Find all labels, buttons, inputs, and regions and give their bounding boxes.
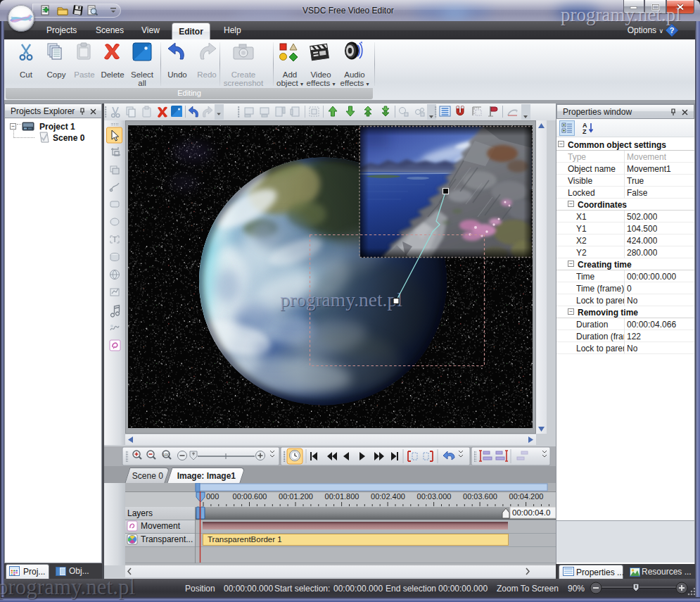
svg-text:00:04.200: 00:04.200 [509, 492, 544, 501]
svg-text:programy.net.pl: programy.net.pl [280, 289, 402, 311]
svg-text:?: ? [670, 26, 675, 35]
svg-text:00:03.000: 00:03.000 [417, 492, 452, 501]
svg-text:Layers: Layers [127, 508, 153, 518]
svg-text:00:00:04.0: 00:00:04.0 [512, 508, 550, 517]
svg-text:00:01.800: 00:01.800 [325, 492, 359, 501]
svg-text:00:01.200: 00:01.200 [279, 492, 313, 501]
svg-text:000: 000 [206, 492, 219, 501]
svg-text:Transparent...: Transparent... [141, 534, 193, 544]
svg-text:00:03.600: 00:03.600 [463, 492, 497, 501]
svg-text:T: T [113, 235, 117, 244]
svg-text:100: 100 [163, 453, 170, 457]
svg-text:Movement: Movement [141, 521, 181, 531]
svg-text:TransparentBorder 1: TransparentBorder 1 [208, 535, 282, 544]
svg-text:00:02.400: 00:02.400 [371, 492, 405, 501]
svg-text:Z: Z [583, 128, 587, 134]
svg-text:00:00.600: 00:00.600 [233, 492, 267, 501]
